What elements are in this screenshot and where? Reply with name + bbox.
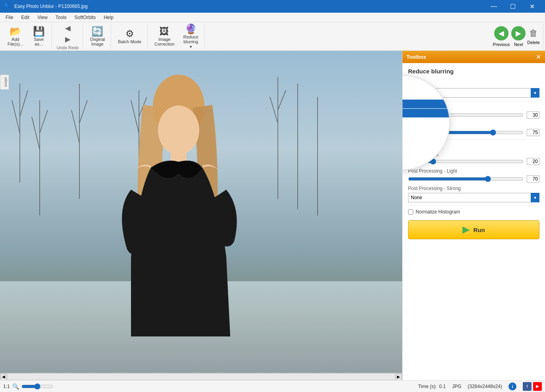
undo-button[interactable]: ◀ <box>61 23 75 33</box>
post-strong-label: Post Processing - Strong <box>408 186 539 191</box>
resolution-value: (3264x2448x24) <box>468 384 502 389</box>
smoothness-label: Smoothness <box>408 104 539 110</box>
smoothness-slider[interactable] <box>408 111 524 119</box>
post-light-slider[interactable] <box>408 175 524 183</box>
run-label: Run <box>473 227 485 233</box>
add-files-button[interactable]: 📂 AddFile(s)... <box>4 25 27 48</box>
save-icon: 💾 <box>33 27 45 36</box>
batch-group: ⚙ Batch Mode <box>112 24 148 49</box>
next-button[interactable]: ▶ <box>511 26 526 40</box>
delete-button[interactable]: 🗑 <box>529 28 538 38</box>
menu-tools[interactable]: Tools <box>52 13 71 22</box>
smoothness-value: 30 <box>527 111 539 119</box>
preprocessing-slider-row: 20 <box>408 158 539 165</box>
next-label: Next <box>514 42 523 47</box>
scroll-right-button[interactable]: ▶ <box>395 373 402 380</box>
delete-nav-item: 🗑 Delete <box>527 28 540 45</box>
detail-value: 75 <box>527 129 539 136</box>
previous-button[interactable]: ◀ <box>494 26 508 40</box>
view-group: 🔄 OriginalImage <box>84 24 111 49</box>
menu-file[interactable]: File <box>2 13 17 22</box>
zoom-section: 1:1 🔍 <box>3 383 53 390</box>
original-image-icon: 🔄 <box>91 27 103 36</box>
preprocessing-label: Preprocessing <box>408 151 539 156</box>
facebook-button[interactable]: f <box>523 382 532 391</box>
title-bar: 🔵 Easy Photo Unblur - P1100665.jpg — ☐ ✕ <box>0 0 545 13</box>
app-icon: 🔵 <box>4 3 11 10</box>
toolbar: 📂 AddFile(s)... 💾 Saveas... ◀ ▶ Undo Red… <box>0 22 545 51</box>
post-strong-select-wrapper: None Light Medium Strong ▼ <box>408 193 539 202</box>
batch-mode-button[interactable]: ⚙ Batch Mode <box>114 25 145 48</box>
info-button[interactable]: i <box>508 382 516 390</box>
toolbox-close-button[interactable]: ✕ <box>536 53 541 61</box>
run-arrow-icon: ▶ <box>462 225 469 235</box>
reduce-blurring-icon: 🔮 <box>185 24 197 34</box>
toolbox-body: Light Gentle Soft Medium Strong Reduce b… <box>402 63 545 244</box>
menu-edit[interactable]: Edit <box>17 13 33 22</box>
presets-label: Presets <box>408 80 539 86</box>
reduce-blurring-title: Reduce blurring <box>408 68 539 75</box>
menu-help[interactable]: Help <box>100 13 117 22</box>
preset-select-wrapper: Light Gentle Soft Medium Strong ▼ <box>408 88 539 98</box>
reduce-blurring-button[interactable]: 🔮 Reduceblurring ▼ <box>180 25 202 48</box>
zoom-level: 1:1 <box>3 384 10 389</box>
toolbox-panel: Toolbox ✕ Light Gentle Soft Medium Stron… <box>402 51 545 380</box>
maximize-button[interactable]: ☐ <box>504 0 522 13</box>
time-section: Time (s): 0.1 <box>418 384 446 389</box>
original-image-button[interactable]: 🔄 OriginalImage <box>86 25 108 48</box>
preset-select[interactable]: Light Gentle Soft Medium Strong <box>408 88 539 98</box>
previous-nav-item: ◀ Previous <box>493 26 510 47</box>
toolbox-title: Toolbox <box>406 54 426 60</box>
divider-2 <box>408 139 539 140</box>
toolbox-content: Reduce blurring Presets Light Gentle Sof… <box>402 63 545 244</box>
main-area: ptions ◀ ▶ Toolbox ✕ Light Gentle Soft <box>0 51 545 380</box>
next-nav-item: ▶ Next <box>511 26 526 47</box>
smoothness-slider-row: 30 <box>408 111 539 119</box>
preprocessing-slider[interactable] <box>408 158 524 165</box>
social-buttons: f ▶ <box>523 382 542 391</box>
time-value: 0.1 <box>439 384 446 389</box>
dropdown-arrow-small: ▼ <box>189 45 193 49</box>
options-label: ptions <box>4 77 8 87</box>
options-handle[interactable]: ptions <box>0 75 9 90</box>
nav-group: ◀ Previous ▶ Next 🗑 Delete <box>489 24 543 49</box>
save-as-button[interactable]: 💾 Saveas... <box>29 25 49 48</box>
image-area[interactable]: ptions ◀ ▶ <box>0 51 402 380</box>
detail-slider[interactable] <box>408 129 524 136</box>
post-light-slider-row: 70 <box>408 175 539 183</box>
window-controls: — ☐ ✕ <box>485 0 541 13</box>
batch-mode-label: Batch Mode <box>118 39 141 44</box>
menu-view[interactable]: View <box>33 13 52 22</box>
image-correction-button[interactable]: 🖼 ImageCorrection <box>151 25 178 48</box>
scroll-track[interactable] <box>7 373 395 380</box>
minimize-button[interactable]: — <box>485 0 503 13</box>
previous-label: Previous <box>493 42 510 47</box>
post-strong-select[interactable]: None Light Medium Strong <box>408 193 539 202</box>
zoom-slider[interactable] <box>21 383 53 390</box>
toolbox-header: Toolbox ✕ <box>402 51 545 63</box>
scroll-left-button[interactable]: ◀ <box>0 373 7 380</box>
run-button[interactable]: ▶ Run <box>408 220 539 239</box>
delete-label: Delete <box>527 40 540 45</box>
divider-1 <box>408 101 539 101</box>
youtube-button[interactable]: ▶ <box>533 382 542 391</box>
post-strong-group: Post Processing - Strong None Light Medi… <box>408 186 539 202</box>
undo-redo-container: ◀ ▶ Undo Redo <box>55 23 81 50</box>
redo-button[interactable]: ▶ <box>61 34 75 44</box>
close-button[interactable]: ✕ <box>523 0 541 13</box>
detail-label: Detail <box>408 122 539 127</box>
status-bar: 1:1 🔍 Time (s): 0.1 JPG (3264x2448x24) i… <box>0 380 545 392</box>
normalize-row: Normalize Histogram <box>408 209 539 215</box>
file-group: 📂 AddFile(s)... 💾 Saveas... <box>2 24 52 49</box>
info-section: i <box>508 382 516 390</box>
menu-softorbits[interactable]: SoftOrbits <box>71 13 100 22</box>
preprocessing-value: 20 <box>527 158 539 165</box>
denoise-label: Denoise <box>408 143 539 148</box>
horizontal-scrollbar[interactable]: ◀ ▶ <box>0 373 402 380</box>
preprocessing-group: Preprocessing 20 <box>408 151 539 165</box>
zoom-icon: 🔍 <box>12 383 19 390</box>
post-light-group: Post Processing - Light 70 <box>408 168 539 183</box>
time-label: Time (s): <box>418 384 437 389</box>
resolution-section: (3264x2448x24) <box>468 384 502 389</box>
normalize-checkbox[interactable] <box>408 209 413 215</box>
